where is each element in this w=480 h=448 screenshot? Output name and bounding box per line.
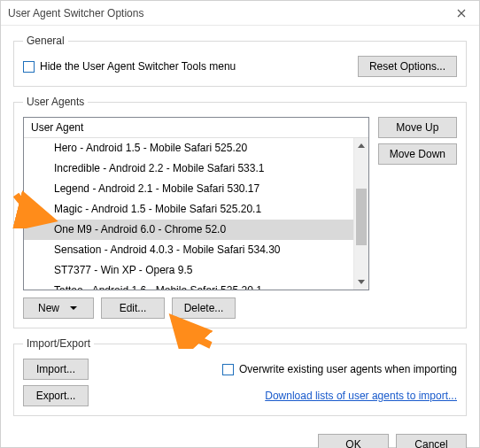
overwrite-option[interactable]: Overwrite existing user agents when impo… — [222, 363, 457, 375]
close-button[interactable] — [444, 1, 479, 26]
user-agent-list[interactable]: User Agent Hero - Android 1.5 - Mobile S… — [23, 117, 369, 290]
user-agents-body: User Agent Hero - Android 1.5 - Mobile S… — [23, 117, 457, 290]
user-agents-legend: User Agents — [23, 96, 88, 108]
new-button[interactable]: New — [23, 297, 94, 319]
user-agent-actions: New Edit... Delete... — [23, 297, 457, 319]
list-scroll: Hero - Android 1.5 - Mobile Safari 525.2… — [24, 138, 368, 290]
list-items: Hero - Android 1.5 - Mobile Safari 525.2… — [24, 138, 353, 290]
overwrite-label: Overwrite existing user agents when impo… — [239, 363, 457, 375]
move-down-button[interactable]: Move Down — [378, 143, 457, 165]
scrollbar[interactable] — [353, 138, 368, 290]
hide-tools-label: Hide the User Agent Switcher Tools menu — [40, 60, 236, 73]
scroll-track[interactable] — [354, 153, 368, 274]
edit-button[interactable]: Edit... — [101, 297, 165, 319]
list-item[interactable]: Incredible - Android 2.2 - Mobile Safari… — [24, 158, 353, 179]
import-export-legend: Import/Export — [23, 337, 94, 350]
ok-button[interactable]: OK — [318, 434, 389, 448]
list-item-selected[interactable]: One M9 - Android 6.0 - Chrome 52.0 — [24, 220, 353, 240]
hide-tools-option[interactable]: Hide the User Agent Switcher Tools menu — [23, 60, 236, 73]
scroll-up-button[interactable] — [354, 138, 368, 153]
cancel-button[interactable]: Cancel — [396, 434, 467, 448]
dropdown-caret-icon — [70, 306, 77, 310]
import-row: Import... Overwrite existing user agents… — [23, 359, 457, 380]
scroll-down-button[interactable] — [354, 274, 368, 290]
import-export-body: Import... Overwrite existing user agents… — [23, 359, 457, 406]
content-area: General Hide the User Agent Switcher Too… — [1, 26, 479, 427]
export-button[interactable]: Export... — [23, 385, 89, 406]
list-item[interactable]: ST7377 - Win XP - Opera 9.5 — [24, 260, 353, 281]
move-up-button[interactable]: Move Up — [378, 117, 457, 138]
chevron-down-icon — [358, 280, 365, 284]
chevron-up-icon — [358, 143, 365, 148]
general-legend: General — [23, 35, 68, 47]
list-item[interactable]: Sensation - Android 4.0.3 - Mobile Safar… — [24, 240, 353, 260]
general-row: Hide the User Agent Switcher Tools menu … — [23, 56, 457, 77]
list-column-header[interactable]: User Agent — [24, 118, 368, 138]
download-lists-link[interactable]: Download lists of user agents to import.… — [265, 390, 457, 402]
general-group: General Hide the User Agent Switcher Too… — [13, 35, 467, 87]
hide-tools-checkbox[interactable] — [23, 61, 35, 73]
overwrite-checkbox[interactable] — [222, 364, 234, 375]
user-agents-group: User Agents User Agent Hero - Android 1.… — [13, 96, 467, 328]
window-title: User Agent Switcher Options — [8, 7, 143, 19]
export-row: Export... Download lists of user agents … — [23, 385, 457, 406]
new-button-label: New — [38, 302, 59, 314]
import-button[interactable]: Import... — [23, 359, 89, 380]
close-icon — [457, 9, 466, 18]
dialog-footer: OK Cancel — [1, 427, 479, 448]
reset-options-button[interactable]: Reset Options... — [358, 56, 457, 77]
list-item[interactable]: Legend - Android 2.1 - Mobile Safari 530… — [24, 179, 353, 199]
list-item[interactable]: Magic - Android 1.5 - Mobile Safari 525.… — [24, 199, 353, 220]
list-item[interactable]: Tattoo - Android 1.6 - Mobile Safari 525… — [24, 281, 353, 290]
titlebar: User Agent Switcher Options — [1, 1, 479, 26]
import-export-group: Import/Export Import... Overwrite existi… — [13, 337, 467, 416]
scroll-thumb[interactable] — [356, 189, 367, 245]
list-side-buttons: Move Up Move Down — [378, 117, 457, 290]
list-item[interactable]: Hero - Android 1.5 - Mobile Safari 525.2… — [24, 138, 353, 158]
delete-button[interactable]: Delete... — [172, 297, 236, 319]
options-window: User Agent Switcher Options General Hide… — [0, 0, 480, 448]
